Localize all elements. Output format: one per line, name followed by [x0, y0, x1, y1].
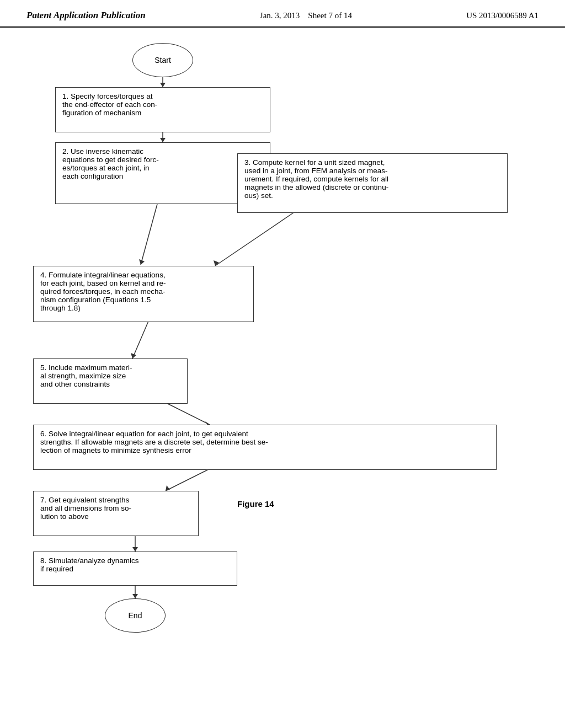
svg-line-4 [141, 204, 157, 265]
box3: 3. Compute kernel for a unit sized magne… [237, 153, 508, 213]
svg-marker-13 [166, 485, 170, 491]
svg-marker-1 [160, 83, 166, 87]
box7: 7. Get equivalent strengths and all dime… [33, 491, 199, 536]
svg-line-8 [132, 320, 149, 358]
figure-label: Figure 14 [237, 499, 274, 508]
publication-label: Patent Application Publication [26, 10, 146, 21]
start-node: Start [132, 43, 193, 77]
box6: 6. Solve integral/linear equation for ea… [33, 425, 497, 470]
svg-marker-5 [139, 259, 145, 265]
svg-line-12 [166, 469, 210, 491]
svg-marker-17 [132, 594, 138, 598]
diagram-area: Start 1. Specify forces/torques at the e… [0, 28, 565, 700]
patent-number: US 2013/0006589 A1 [466, 11, 539, 20]
box1: 1. Specify forces/torques at the end-eff… [55, 87, 270, 132]
svg-marker-3 [160, 138, 166, 142]
box5: 5. Include maximum materi- al strength, … [33, 358, 188, 404]
end-node: End [105, 598, 166, 633]
box4: 4. Formulate integral/linear equations, … [33, 266, 254, 322]
svg-line-6 [215, 204, 306, 266]
svg-marker-7 [214, 260, 219, 266]
date-label: Jan. 3, 2013 Sheet 7 of 14 [260, 11, 352, 20]
svg-marker-15 [132, 547, 138, 552]
svg-marker-9 [131, 353, 136, 358]
page-header: Patent Application Publication Jan. 3, 2… [0, 0, 565, 28]
svg-line-10 [166, 403, 210, 425]
box8: 8. Simulate/analyze dynamics if required [33, 552, 237, 586]
